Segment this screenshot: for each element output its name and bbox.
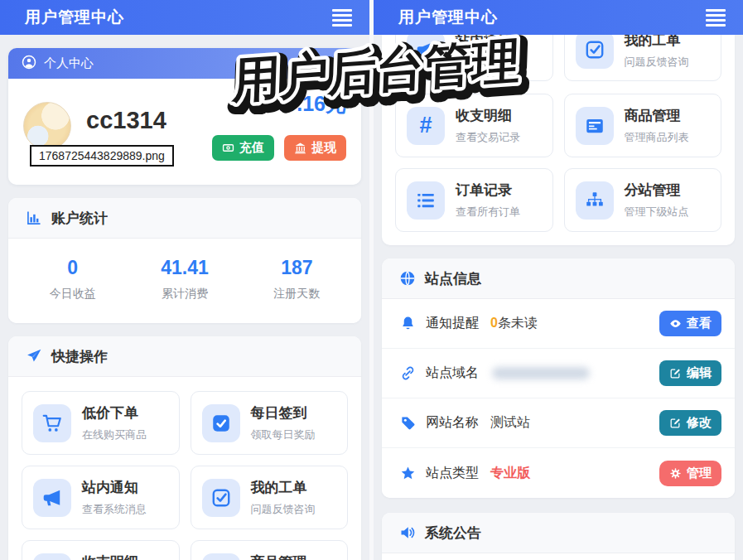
personal-section-header: 个人中心 [8, 48, 361, 79]
tile-income-detail[interactable]: # 收支明细查看交易记录 [22, 540, 180, 560]
check-solid-icon [202, 404, 240, 442]
avatar-filename-tooltip: 1768725443829889.png [30, 145, 174, 167]
tile-goods-manage[interactable]: 商品管理管理商品列表 [191, 540, 349, 560]
goods-icon [576, 107, 614, 145]
personal-section-title: 个人中心 [44, 56, 94, 71]
manage-button[interactable]: 管理 [659, 461, 721, 486]
announcement-section-header: 系统公告 [382, 513, 735, 553]
list-icon [407, 181, 445, 220]
row-notifications: 通知提醒 0条未读 查看 [382, 299, 735, 349]
site-type-value: 专业版 [490, 465, 530, 482]
stat-register-days: 187 注册天数 [241, 257, 353, 302]
tile-my-ticket[interactable]: 我的工单问题反馈咨询 [191, 466, 349, 529]
tile-low-price-order[interactable]: 低价下单在线购买商品 [22, 391, 180, 455]
check-outline-icon [202, 479, 240, 517]
row-domain: 站点域名 编辑 [382, 349, 735, 398]
globe-icon [398, 269, 417, 287]
rocket-icon [25, 347, 43, 365]
app-title: 用户管理中心 [398, 7, 498, 28]
quick-actions-card-continued: 站内通知查看系统消息 我的工单问题反馈咨询 # 收支明细查看交易记录 [382, 35, 735, 245]
speaker-icon [398, 524, 417, 542]
site-name-value: 测试站 [490, 414, 530, 432]
avatar[interactable] [23, 102, 71, 150]
megaphone-icon [407, 35, 445, 69]
recharge-button[interactable]: 充值 [212, 135, 274, 161]
tile-site-notice[interactable]: 站内通知查看系统消息 [22, 466, 180, 529]
tile-order-records[interactable]: 订单记录查看所有订单 [395, 168, 553, 232]
person-icon [22, 55, 36, 72]
stats-card: 账户统计 0 今日收益 41.41 累计消费 187 注册天数 [8, 198, 361, 323]
personal-card: 个人中心 cc1314 40.16元 充值 [8, 48, 361, 185]
stat-total-spend: 41.41 累计消费 [128, 257, 240, 302]
menu-icon[interactable] [330, 7, 355, 29]
stats-section-title: 账户统计 [51, 209, 108, 228]
stat-today-income: 0 今日收益 [17, 257, 128, 302]
menu-icon[interactable] [703, 7, 728, 29]
page: 用户管理中心 个人中心 cc1314 40.16元 [0, 0, 743, 560]
quick-actions-card: 快捷操作 低价下单在线购买商品 每日签到领取每日奖励 [8, 336, 361, 560]
gear-icon [669, 467, 682, 480]
row-site-name: 网站名称 测试站 修改 [382, 398, 735, 448]
view-button[interactable]: 查看 [659, 311, 721, 336]
app-header: 用户管理中心 [0, 0, 369, 35]
site-info-section-title: 站点信息 [425, 269, 481, 288]
check-outline-icon [576, 35, 614, 69]
withdraw-button[interactable]: 提现 [284, 135, 346, 161]
panel-left: 用户管理中心 个人中心 cc1314 40.16元 [0, 0, 369, 560]
edit-icon [669, 367, 682, 379]
megaphone-icon [33, 479, 71, 517]
app-header: 用户管理中心 [374, 0, 743, 35]
star-icon [398, 466, 417, 481]
domain-value-blurred [492, 367, 590, 379]
bell-icon [398, 316, 417, 331]
sitemap-icon [576, 181, 614, 220]
quick-section-title: 快捷操作 [51, 347, 108, 366]
site-info-card: 站点信息 通知提醒 0条未读 查看 [382, 258, 735, 498]
edit-icon [669, 417, 682, 429]
edit-button[interactable]: 编辑 [659, 360, 721, 386]
app-title: 用户管理中心 [25, 7, 124, 28]
tile-site-notice[interactable]: 站内通知查看系统消息 [395, 35, 553, 81]
cart-icon [33, 404, 71, 442]
balance-amount: 40.16元 [212, 90, 346, 118]
bar-chart-icon [25, 209, 43, 227]
stats-section-header: 账户统计 [8, 198, 361, 239]
tile-daily-signin[interactable]: 每日签到领取每日奖励 [191, 391, 349, 455]
eye-icon [669, 317, 682, 330]
tag-icon [398, 415, 417, 431]
site-info-section-header: 站点信息 [382, 258, 735, 299]
modify-button[interactable]: 修改 [659, 410, 721, 436]
hash-icon: # [407, 107, 445, 145]
quick-section-header: 快捷操作 [8, 336, 361, 377]
announcement-section-title: 系统公告 [425, 524, 481, 543]
announcement-card: 系统公告 [382, 513, 735, 560]
hash-icon: # [33, 553, 71, 560]
goods-icon [202, 553, 240, 560]
bank-icon [294, 142, 306, 154]
banknote-icon [222, 142, 234, 154]
tile-income-detail[interactable]: # 收支明细查看交易记录 [395, 94, 553, 157]
tile-substation-manage[interactable]: 分站管理管理下级站点 [564, 168, 722, 232]
unread-count: 0条未读 [490, 315, 538, 332]
panel-right: 用户管理中心 站内通知查看系统消息 我的 [374, 0, 743, 560]
row-site-type: 站点类型 专业版 管理 [382, 448, 735, 498]
link-icon [398, 365, 417, 381]
tile-my-ticket[interactable]: 我的工单问题反馈咨询 [564, 35, 722, 81]
tile-goods-manage[interactable]: 商品管理管理商品列表 [564, 94, 722, 157]
